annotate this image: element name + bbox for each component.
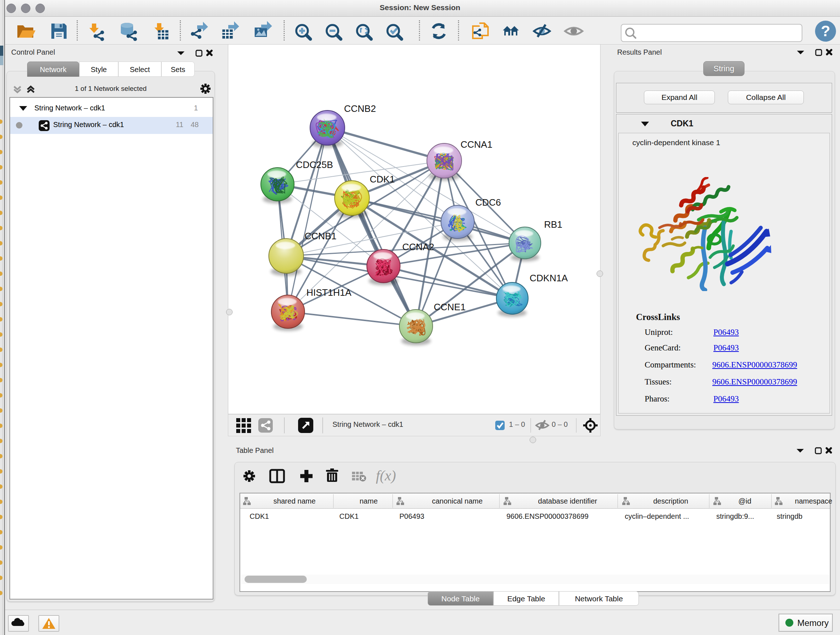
- svg-text:CCNB2: CCNB2: [344, 103, 376, 114]
- svg-text:CDK1: CDK1: [370, 174, 395, 185]
- svg-text:RB1: RB1: [544, 219, 562, 230]
- svg-text:?: ?: [821, 22, 830, 40]
- svg-text:f(x): f(x): [376, 467, 396, 484]
- svg-text:HIST1H1A: HIST1H1A: [306, 287, 352, 298]
- svg-text:CCNB1: CCNB1: [305, 231, 336, 241]
- svg-text:CCNA2: CCNA2: [402, 241, 434, 252]
- svg-text:CDKN1A: CDKN1A: [530, 272, 568, 283]
- svg-text:CDC6: CDC6: [475, 197, 501, 208]
- svg-text:CCNE1: CCNE1: [434, 302, 466, 312]
- svg-text:CDC25B: CDC25B: [296, 159, 333, 170]
- svg-text:CCNA1: CCNA1: [461, 139, 493, 150]
